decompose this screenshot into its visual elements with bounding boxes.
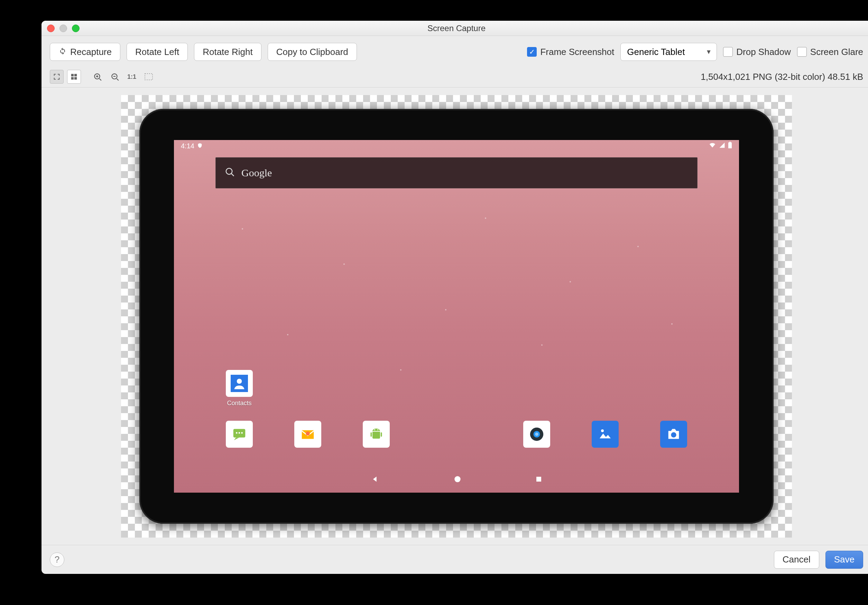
- svg-point-18: [306, 432, 310, 436]
- rotate-right-button[interactable]: Rotate Right: [194, 43, 262, 61]
- statusbar-time: 4:14: [181, 142, 194, 150]
- android-navbar: [174, 467, 739, 493]
- device-screen: 4:14 Google: [174, 140, 739, 493]
- camera-icon: [660, 421, 687, 448]
- app-email[interactable]: [294, 421, 321, 448]
- messaging-icon: [226, 421, 253, 448]
- nav-home-button[interactable]: [453, 475, 462, 485]
- zoom-actual-button[interactable]: 1:1: [125, 70, 138, 84]
- copy-clipboard-button[interactable]: Copy to Clipboard: [268, 43, 357, 61]
- search-icon: [225, 167, 235, 179]
- app-label: Contacts: [227, 400, 251, 407]
- signal-icon: [719, 142, 725, 150]
- svg-point-24: [601, 429, 604, 432]
- svg-line-1: [99, 79, 101, 80]
- contacts-icon: [226, 370, 253, 397]
- window-zoom-button[interactable]: [72, 25, 79, 32]
- svg-point-20: [377, 429, 378, 430]
- svg-point-23: [535, 432, 538, 436]
- nav-recent-button[interactable]: [535, 475, 543, 485]
- notification-icon: [197, 142, 203, 150]
- svg-rect-8: [728, 142, 732, 148]
- svg-rect-9: [729, 142, 731, 142]
- recapture-button[interactable]: Recapture: [50, 43, 120, 61]
- chevron-down-icon: ▼: [705, 48, 712, 56]
- nav-back-button[interactable]: [370, 474, 380, 486]
- image-info-label: 1,504x1,021 PNG (32-bit color) 48.51 kB: [701, 71, 863, 82]
- drop-shadow-checkbox[interactable]: Drop Shadow: [723, 47, 791, 57]
- svg-point-26: [454, 476, 460, 482]
- refresh-icon: [59, 47, 67, 57]
- android-statusbar: 4:14: [174, 140, 739, 152]
- app-gallery[interactable]: [592, 421, 618, 448]
- tablet-frame: 4:14 Google: [140, 109, 773, 524]
- app-camera[interactable]: [660, 421, 687, 448]
- search-placeholder: Google: [241, 167, 272, 179]
- checkbox-icon: [723, 47, 733, 57]
- canvas-area: 4:14 Google: [42, 87, 868, 545]
- svg-point-17: [241, 432, 243, 433]
- zoom-fit-button[interactable]: [50, 70, 64, 84]
- svg-point-19: [374, 429, 375, 430]
- svg-point-10: [226, 168, 232, 174]
- screen-glare-checkbox[interactable]: Screen Glare: [797, 47, 863, 57]
- window-close-button[interactable]: [47, 25, 55, 32]
- zoom-out-button[interactable]: [108, 70, 122, 84]
- google-search-bar[interactable]: Google: [215, 157, 698, 189]
- app-browser[interactable]: [523, 421, 550, 448]
- checkbox-icon: [797, 47, 807, 57]
- svg-point-25: [671, 432, 676, 437]
- zoom-toolbar: 1:1 1,504x1,021 PNG (32-bit color) 48.51…: [42, 68, 868, 87]
- screen-capture-window: Screen Capture Recapture Rotate Left Rot…: [42, 21, 868, 574]
- svg-point-13: [237, 379, 242, 384]
- svg-rect-27: [536, 477, 541, 481]
- svg-line-11: [231, 173, 234, 176]
- cancel-button[interactable]: Cancel: [774, 551, 819, 569]
- frame-screenshot-checkbox[interactable]: ✓ Frame Screenshot: [527, 47, 614, 57]
- svg-point-16: [239, 432, 240, 433]
- window-minimize-button[interactable]: [59, 25, 67, 32]
- checkbox-icon: ✓: [527, 47, 537, 57]
- android-icon: [363, 421, 390, 448]
- app-contacts[interactable]: Contacts: [226, 370, 253, 407]
- toolbar: Recapture Rotate Left Rotate Right Copy …: [42, 36, 868, 68]
- battery-icon: [728, 142, 732, 150]
- titlebar: Screen Capture: [42, 21, 868, 36]
- rotate-left-button[interactable]: Rotate Left: [127, 43, 188, 61]
- window-title: Screen Capture: [42, 23, 868, 33]
- save-button[interactable]: Save: [825, 551, 863, 569]
- gallery-icon: [592, 421, 618, 448]
- app-android[interactable]: [363, 421, 390, 448]
- svg-point-15: [236, 432, 237, 433]
- zoom-in-button[interactable]: [91, 70, 104, 84]
- help-button[interactable]: ?: [50, 552, 64, 567]
- wifi-icon: [708, 142, 716, 150]
- svg-line-5: [116, 79, 118, 80]
- browser-icon: [523, 421, 550, 448]
- zoom-grid-button[interactable]: [67, 70, 81, 84]
- app-messaging[interactable]: [226, 421, 253, 448]
- email-icon: [294, 421, 321, 448]
- footer: ? Cancel Save: [42, 545, 868, 574]
- zoom-select-button[interactable]: [142, 70, 156, 84]
- svg-rect-7: [145, 74, 152, 80]
- transparency-background: 4:14 Google: [121, 95, 792, 538]
- device-frame-select[interactable]: Generic Tablet ▼: [620, 43, 717, 61]
